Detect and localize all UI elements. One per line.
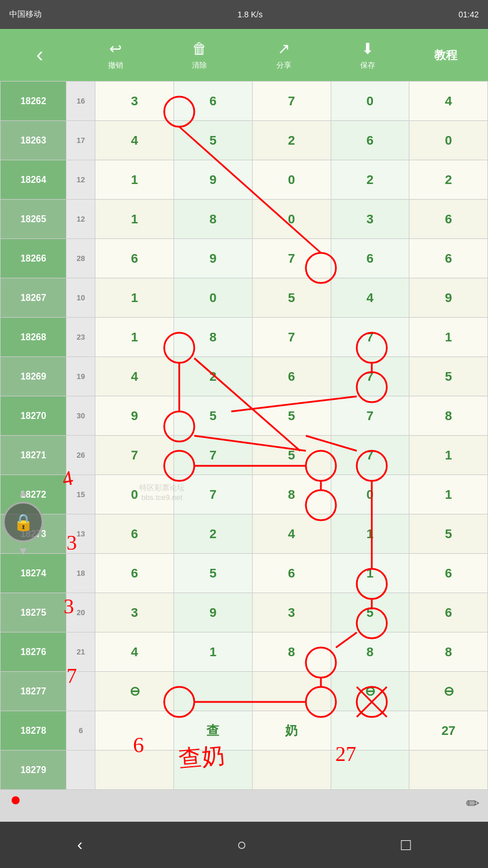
table-row: 18269 19 4 2 6 7 5 bbox=[1, 357, 488, 396]
row-id: 18274 bbox=[1, 554, 66, 593]
lottery-table: 18262 16 3 6 7 0 4 18263 17 4 5 2 6 0 18… bbox=[0, 81, 488, 790]
scroll-down-arrow[interactable]: ▼ bbox=[17, 545, 29, 558]
undo-button[interactable]: ↩ 撤销 bbox=[98, 40, 133, 71]
cell-d2: 2 bbox=[174, 514, 253, 554]
table-row: 18267 10 1 0 5 4 9 bbox=[1, 278, 488, 318]
row-id: 18266 bbox=[1, 239, 66, 278]
toolbar: ‹ ↩ 撤销 🗑 清除 ↗ 分享 ⬇ 保存 教程 bbox=[0, 29, 488, 81]
cell-d1: 1 bbox=[95, 278, 174, 318]
nav-recent-button[interactable]: □ bbox=[401, 836, 411, 854]
row-id: 18262 bbox=[1, 82, 66, 121]
cell-d5: 27 bbox=[409, 711, 488, 751]
cell-d1: 6 bbox=[95, 554, 174, 593]
row-id: 18270 bbox=[1, 396, 66, 436]
cell-d5: 8 bbox=[409, 632, 488, 672]
table-row: 18274 18 6 5 6 1 6 bbox=[1, 554, 488, 593]
cell-d3: 0 bbox=[252, 200, 331, 239]
data-table-container: 18262 16 3 6 7 0 4 18263 17 4 5 2 6 0 18… bbox=[0, 81, 488, 827]
pencil-button[interactable]: ✏ bbox=[466, 794, 479, 813]
cell-d2 bbox=[174, 751, 253, 790]
row-id: 18267 bbox=[1, 278, 66, 318]
cell-d4: 0 bbox=[331, 82, 409, 121]
row-num: 16 bbox=[66, 82, 95, 121]
cell-d3: 0 bbox=[252, 160, 331, 200]
cell-d1: 4 bbox=[95, 357, 174, 396]
table-row: 18263 17 4 5 2 6 0 bbox=[1, 121, 488, 160]
table-row: 18276 21 4 1 8 8 8 bbox=[1, 632, 488, 672]
row-num: 6 bbox=[66, 711, 95, 751]
cell-d2: 0 bbox=[174, 278, 253, 318]
table-row: 18266 28 6 9 7 6 6 bbox=[1, 239, 488, 278]
tutorial-button[interactable]: 教程 bbox=[434, 47, 457, 63]
row-id: 18271 bbox=[1, 436, 66, 475]
cell-d1: 3 bbox=[95, 82, 174, 121]
cell-d3: 6 bbox=[252, 554, 331, 593]
cell-d4: 7 bbox=[331, 357, 409, 396]
cell-d3: 2 bbox=[252, 121, 331, 160]
lock-button[interactable]: 🔒 bbox=[3, 502, 43, 542]
cell-d3: 7 bbox=[252, 239, 331, 278]
cell-d1: ⊖ bbox=[95, 672, 174, 711]
table-row: 18275 20 3 9 3 5 6 bbox=[1, 593, 488, 632]
cell-d3: 8 bbox=[252, 632, 331, 672]
row-num: 15 bbox=[66, 475, 95, 514]
cell-d5: 6 bbox=[409, 554, 488, 593]
save-button[interactable]: ⬇ 保存 bbox=[350, 40, 385, 71]
cell-d1: 1 bbox=[95, 318, 174, 357]
row-num: 23 bbox=[66, 318, 95, 357]
table-row: 18272 15 0 7 8 0 1 bbox=[1, 475, 488, 514]
cell-d1 bbox=[95, 711, 174, 751]
clear-button[interactable]: 🗑 清除 bbox=[182, 40, 217, 71]
cell-d2 bbox=[174, 672, 253, 711]
cell-d3 bbox=[252, 751, 331, 790]
cell-d2: 9 bbox=[174, 160, 253, 200]
cell-d4: 7 bbox=[331, 318, 409, 357]
nav-back-button[interactable]: ‹ bbox=[77, 836, 82, 854]
scroll-up-arrow[interactable]: ▲ bbox=[17, 486, 29, 499]
row-id: 18268 bbox=[1, 318, 66, 357]
back-button[interactable]: ‹ bbox=[31, 43, 49, 67]
cell-d2: 2 bbox=[174, 357, 253, 396]
cell-d4: 4 bbox=[331, 278, 409, 318]
row-num: 26 bbox=[66, 436, 95, 475]
cell-d4: 7 bbox=[331, 436, 409, 475]
row-id: 18277 bbox=[1, 672, 66, 711]
row-id: 18276 bbox=[1, 632, 66, 672]
cell-d2: 8 bbox=[174, 318, 253, 357]
row-id: 18279 bbox=[1, 751, 66, 790]
row-num: 30 bbox=[66, 396, 95, 436]
cell-d5: 5 bbox=[409, 357, 488, 396]
cell-d4: 1 bbox=[331, 554, 409, 593]
table-row: 18271 26 7 7 5 7 1 bbox=[1, 436, 488, 475]
cell-d2: 5 bbox=[174, 121, 253, 160]
cell-d2: 9 bbox=[174, 239, 253, 278]
cell-d4: 1 bbox=[331, 514, 409, 554]
cell-d4: 8 bbox=[331, 632, 409, 672]
row-num: 12 bbox=[66, 200, 95, 239]
cell-d4: 6 bbox=[331, 121, 409, 160]
cell-d5: 1 bbox=[409, 318, 488, 357]
row-num: 10 bbox=[66, 278, 95, 318]
undo-icon: ↩ bbox=[109, 40, 122, 58]
cell-d3: 7 bbox=[252, 82, 331, 121]
save-icon: ⬇ bbox=[361, 40, 374, 58]
nav-home-button[interactable]: ○ bbox=[237, 836, 247, 854]
red-dot-indicator bbox=[12, 796, 20, 804]
cell-d5: 4 bbox=[409, 82, 488, 121]
cell-d4: 3 bbox=[331, 200, 409, 239]
cell-d4: 0 bbox=[331, 475, 409, 514]
trash-icon: 🗑 bbox=[192, 40, 207, 58]
cell-d2: 7 bbox=[174, 436, 253, 475]
cell-d4: 2 bbox=[331, 160, 409, 200]
cell-d5: 2 bbox=[409, 160, 488, 200]
cell-d5: 6 bbox=[409, 200, 488, 239]
row-id: 18269 bbox=[1, 357, 66, 396]
cell-d2: 5 bbox=[174, 396, 253, 436]
cell-d5: ⊖ bbox=[409, 672, 488, 711]
cell-d1: 1 bbox=[95, 200, 174, 239]
cell-d1: 1 bbox=[95, 160, 174, 200]
time: 01:42 bbox=[459, 10, 479, 19]
cell-d4 bbox=[331, 751, 409, 790]
share-button[interactable]: ↗ 分享 bbox=[267, 40, 301, 71]
cell-d3: 7 bbox=[252, 318, 331, 357]
